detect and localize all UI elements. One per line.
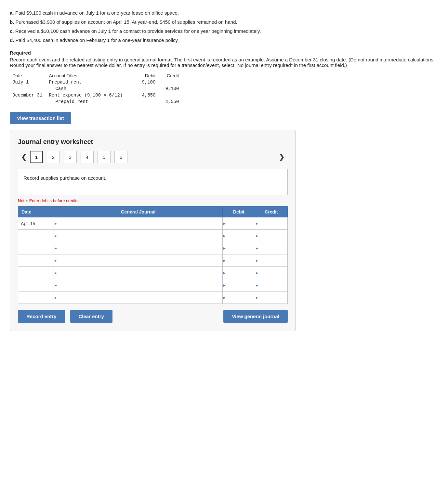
journal-row3-debit-input[interactable] [223,242,255,254]
journal-row5-date [18,267,54,279]
instruction-c-text: Received a $10,100 cash advance on July … [15,28,261,34]
journal-row3-credit-input[interactable] [255,242,287,254]
example-row1-credit [161,79,184,85]
journal-row7-credit[interactable] [255,291,288,304]
journal-row4-journal-input[interactable] [54,254,222,266]
journal-row6-debit-input[interactable] [223,279,255,291]
journal-row4-credit-input[interactable] [255,254,287,266]
note-text: Note: Enter debits before credits. [18,198,288,203]
tab-1[interactable]: 1 [30,151,43,163]
journal-row2-credit-input[interactable] [255,230,287,242]
instruction-box: Record supplies purchase on account. [18,169,288,195]
journal-row6-credit[interactable] [255,279,288,291]
instruction-b-text: Purchased $3,900 of supplies on account … [16,19,237,25]
journal-row5-debit-input[interactable] [223,267,255,279]
next-tab-button[interactable]: ❯ [276,151,288,163]
example-row1-date: July 1 [11,79,47,85]
example-row-2: Cash 9,100 [11,85,184,92]
example-row1-debit: 9,100 [138,79,161,85]
journal-row-7 [18,291,288,304]
example-header-credit: Credit [161,72,184,79]
journal-row5-credit-input[interactable] [255,267,287,279]
view-transaction-button[interactable]: View transaction list [10,112,71,124]
required-title: Required [10,50,438,56]
tab-3[interactable]: 3 [64,151,77,163]
example-row2-debit [138,85,161,92]
journal-row7-journal[interactable] [54,291,223,304]
tab-4[interactable]: 4 [81,151,94,163]
journal-row6-debit[interactable] [223,279,255,291]
example-row3-account: Rent expense (9,100 × 6/12) [47,92,138,98]
instruction-d-text: Paid $4,400 cash in advance on February … [16,37,179,43]
journal-row6-credit-input[interactable] [255,279,287,291]
journal-row-3 [18,242,288,254]
journal-row2-journal-input[interactable] [54,230,222,242]
example-header-debit: Debit [138,72,161,79]
journal-row4-credit[interactable] [255,254,288,267]
journal-row2-debit[interactable] [223,230,255,242]
journal-row6-journal-input[interactable] [54,279,222,291]
instruction-c-label: c. [10,28,14,34]
journal-row-2 [18,230,288,242]
example-row2-account: Cash [47,85,138,92]
example-row2-date [11,85,47,92]
journal-row3-debit[interactable] [223,242,255,254]
journal-row2-debit-input[interactable] [223,230,255,242]
journal-row6-journal[interactable] [54,279,223,291]
tab-2[interactable]: 2 [47,151,60,163]
journal-row1-journal-input[interactable] [54,217,222,229]
example-row1-account: Prepaid rent [47,79,138,85]
instruction-a-label: a. [10,10,14,16]
record-entry-button[interactable]: Record entry [18,310,65,323]
journal-row3-journal[interactable] [54,242,223,254]
example-header-date: Date [11,72,47,79]
example-row-3: December 31 Rent expense (9,100 × 6/12) … [11,92,184,98]
prev-tab-button[interactable]: ❮ [18,151,30,163]
clear-entry-button[interactable]: Clear entry [70,310,112,323]
journal-row1-debit-input[interactable] [223,217,255,229]
example-row4-account: Prepaid rent [47,98,138,105]
journal-row1-debit[interactable] [223,217,255,230]
journal-row3-credit[interactable] [255,242,288,254]
journal-row4-debit-input[interactable] [223,254,255,266]
example-table: Date Account Titles Debit Credit July 1 … [11,72,184,105]
example-row-1: July 1 Prepaid rent 9,100 [11,79,184,85]
journal-row3-date [18,242,54,254]
instructions-section: a. Paid $9,100 cash in advance on July 1… [10,9,438,44]
journal-row5-credit[interactable] [255,267,288,279]
journal-row3-journal-input[interactable] [54,242,222,254]
journal-row5-journal[interactable] [54,267,223,279]
required-description: Record each event and the related adjust… [10,57,347,62]
journal-row4-journal[interactable] [54,254,223,267]
journal-row2-journal[interactable] [54,230,223,242]
example-row3-credit [161,92,184,98]
journal-row2-credit[interactable] [255,230,288,242]
tab-6[interactable]: 6 [114,151,127,163]
journal-row4-debit[interactable] [223,254,255,267]
journal-row1-credit-input[interactable] [255,217,287,229]
journal-row1-credit[interactable] [255,217,288,230]
journal-row5-debit[interactable] [223,267,255,279]
journal-row7-debit[interactable] [223,291,255,304]
journal-row-6 [18,279,288,291]
example-row3-date: December 31 [11,92,47,98]
journal-header-debit: Debit [223,207,255,217]
journal-row5-journal-input[interactable] [54,267,222,279]
tab-5[interactable]: 5 [98,151,111,163]
journal-row2-date [18,230,54,242]
journal-row7-credit-input[interactable] [255,291,287,304]
example-row4-credit: 4,550 [161,98,184,105]
view-general-journal-button[interactable]: View general journal [223,310,288,323]
journal-table: Date General Journal Debit Credit Apr. 1… [18,206,288,304]
journal-row1-journal[interactable] [54,217,223,230]
journal-row7-journal-input[interactable] [54,291,222,304]
instruction-b-label: b. [10,19,14,25]
journal-row6-date [18,279,54,291]
example-header-account: Account Titles [47,72,138,79]
journal-header-credit: Credit [255,207,288,217]
journal-header-date: Date [18,207,54,217]
journal-row-5 [18,267,288,279]
example-row4-date [11,98,47,105]
instruction-a-text: Paid $9,100 cash in advance on July 1 fo… [15,10,179,16]
journal-row7-debit-input[interactable] [223,291,255,304]
